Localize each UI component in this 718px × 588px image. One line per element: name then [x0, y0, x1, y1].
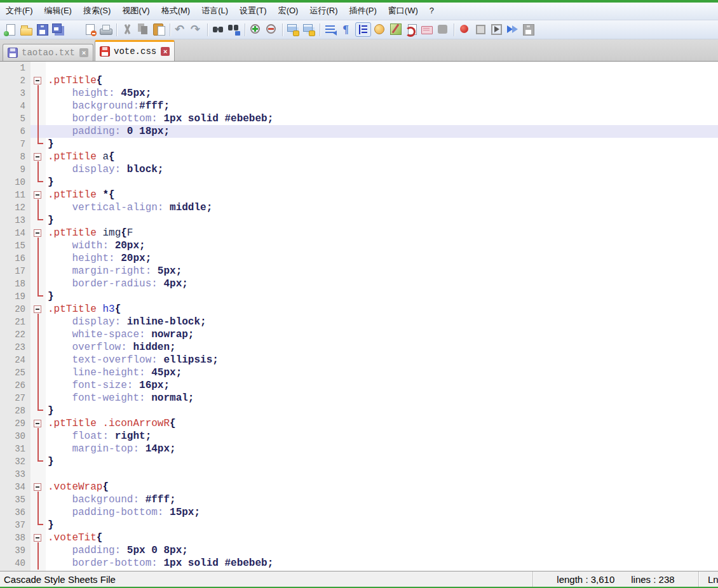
- open-folder-icon[interactable]: [19, 22, 34, 37]
- find-icon[interactable]: [211, 22, 226, 37]
- save-icon[interactable]: [35, 22, 50, 37]
- editor-line[interactable]: 13}: [0, 214, 718, 227]
- line-number[interactable]: 23: [0, 341, 30, 354]
- menu-item[interactable]: 窗口(W): [383, 3, 424, 20]
- line-number[interactable]: 4: [0, 100, 30, 112]
- code-text[interactable]: .ptTitle a{: [46, 150, 718, 163]
- code-text[interactable]: .ptTitle h3{: [46, 303, 718, 316]
- editor-line[interactable]: 28}: [0, 404, 718, 417]
- menu-item[interactable]: 运行(R): [304, 3, 343, 20]
- menu-item[interactable]: 格式(M): [156, 3, 196, 20]
- code-text[interactable]: .ptTitle *{: [46, 189, 718, 201]
- code-text[interactable]: line-height: 45px;: [46, 366, 718, 379]
- line-number[interactable]: 8: [0, 150, 30, 163]
- new-file-icon[interactable]: [3, 22, 18, 37]
- line-number[interactable]: 35: [0, 493, 30, 506]
- line-number[interactable]: 15: [0, 239, 30, 252]
- editor-line[interactable]: 26 font-size: 16px;: [0, 379, 718, 392]
- fold-toggle-icon[interactable]: [30, 531, 46, 544]
- editor-line[interactable]: 9 display: block;: [0, 163, 718, 176]
- word-wrap-icon[interactable]: [323, 22, 338, 37]
- code-text[interactable]: font-weight: normal;: [46, 392, 718, 404]
- show-all-characters-icon[interactable]: [339, 22, 354, 37]
- line-number[interactable]: 18: [0, 277, 30, 290]
- editor-line[interactable]: 10}: [0, 176, 718, 189]
- show-indent-guide-icon[interactable]: [355, 22, 371, 37]
- editor-line[interactable]: 15 width: 20px;: [0, 239, 718, 252]
- line-number[interactable]: 36: [0, 506, 30, 519]
- close-icon-tb-icon[interactable]: [67, 22, 81, 37]
- code-text[interactable]: height: 20px;: [46, 252, 718, 265]
- code-text[interactable]: border-bottom: 1px solid #ebebeb;: [46, 112, 718, 125]
- fold-toggle-icon[interactable]: [30, 417, 46, 430]
- code-text[interactable]: border-bottom: 1px solid #ebebeb;: [46, 557, 718, 570]
- editor-line[interactable]: 23 overflow: hidden;: [0, 341, 718, 354]
- sync-scroll-horizontal-icon[interactable]: [302, 22, 316, 37]
- code-text[interactable]: display: block;: [46, 163, 718, 176]
- function-list-icon[interactable]: [372, 22, 387, 37]
- code-text[interactable]: }: [46, 214, 718, 227]
- fold-toggle-icon[interactable]: [30, 150, 46, 163]
- editor-line[interactable]: 1: [0, 62, 718, 74]
- editor-line[interactable]: 39 padding: 5px 0 8px;: [0, 544, 718, 557]
- line-number[interactable]: 10: [0, 176, 30, 189]
- editor-line[interactable]: 17 margin-right: 5px;: [0, 265, 718, 277]
- menu-item[interactable]: 语言(L): [196, 3, 234, 20]
- editor-line[interactable]: 38.voteTit{: [0, 531, 718, 544]
- replace-icon[interactable]: [227, 22, 241, 37]
- editor-line[interactable]: 4 background:#fff;: [0, 100, 718, 112]
- tab-title[interactable]: vote.css: [114, 46, 156, 57]
- code-text[interactable]: }: [46, 404, 718, 417]
- line-number[interactable]: 21: [0, 316, 30, 328]
- zoom-in-icon[interactable]: [248, 22, 263, 37]
- line-number[interactable]: 20: [0, 303, 30, 316]
- editor-line[interactable]: 19}: [0, 290, 718, 303]
- code-text[interactable]: .voteWrap{: [46, 481, 718, 493]
- view-in-browser-icon[interactable]: [404, 22, 419, 37]
- line-number[interactable]: 5: [0, 112, 30, 125]
- code-editor[interactable]: 12.ptTitle{3 height: 45px;4 background:#…: [0, 62, 718, 571]
- line-number[interactable]: 32: [0, 455, 30, 468]
- line-number[interactable]: 9: [0, 163, 30, 176]
- code-text[interactable]: }: [46, 138, 718, 150]
- line-number[interactable]: 3: [0, 87, 30, 100]
- editor-line[interactable]: 2.ptTitle{: [0, 74, 718, 87]
- menu-item[interactable]: ?: [424, 3, 440, 20]
- line-number[interactable]: 27: [0, 392, 30, 404]
- editor-line[interactable]: 6 padding: 0 18px;: [0, 125, 718, 138]
- macro-record-icon[interactable]: [457, 22, 472, 37]
- editor-line[interactable]: 18 border-radius: 4px;: [0, 277, 718, 290]
- menu-item[interactable]: 插件(P): [343, 3, 382, 20]
- code-text[interactable]: padding: 0 18px;: [46, 125, 718, 138]
- editor-line[interactable]: 22 white-space: nowrap;: [0, 328, 718, 341]
- code-text[interactable]: background: #fff;: [46, 493, 718, 506]
- code-text[interactable]: overflow: hidden;: [46, 341, 718, 354]
- macro-run-multiple-icon[interactable]: [505, 22, 520, 37]
- line-number[interactable]: 28: [0, 404, 30, 417]
- editor-line[interactable]: 36 padding-bottom: 15px;: [0, 506, 718, 519]
- code-text[interactable]: height: 45px;: [46, 87, 718, 100]
- code-text[interactable]: vertical-align: middle;: [46, 201, 718, 214]
- sync-scroll-vertical-icon[interactable]: [286, 22, 301, 37]
- editor-line[interactable]: 27 font-weight: normal;: [0, 392, 718, 404]
- menu-item[interactable]: 文件(F): [0, 3, 39, 20]
- editor-line[interactable]: 20.ptTitle h3{: [0, 303, 718, 316]
- print-icon[interactable]: [98, 22, 113, 37]
- code-text[interactable]: text-overflow: ellipsis;: [46, 354, 718, 366]
- paste-icon[interactable]: [152, 22, 166, 37]
- editor-line[interactable]: 24 text-overflow: ellipsis;: [0, 354, 718, 366]
- code-text[interactable]: white-space: nowrap;: [46, 328, 718, 341]
- code-text[interactable]: font-size: 16px;: [46, 379, 718, 392]
- code-text[interactable]: }: [46, 455, 718, 468]
- line-number[interactable]: 16: [0, 252, 30, 265]
- code-text[interactable]: float: right;: [46, 430, 718, 443]
- code-text[interactable]: border-radius: 4px;: [46, 277, 718, 290]
- close-icon[interactable]: [79, 48, 88, 57]
- doc-map-icon[interactable]: [388, 22, 403, 37]
- menu-item[interactable]: 视图(V): [116, 3, 155, 20]
- save-all-icon[interactable]: [51, 22, 65, 37]
- code-text[interactable]: background:#fff;: [46, 100, 718, 112]
- line-number[interactable]: 37: [0, 519, 30, 531]
- editor-line[interactable]: 37}: [0, 519, 718, 531]
- line-number[interactable]: 25: [0, 366, 30, 379]
